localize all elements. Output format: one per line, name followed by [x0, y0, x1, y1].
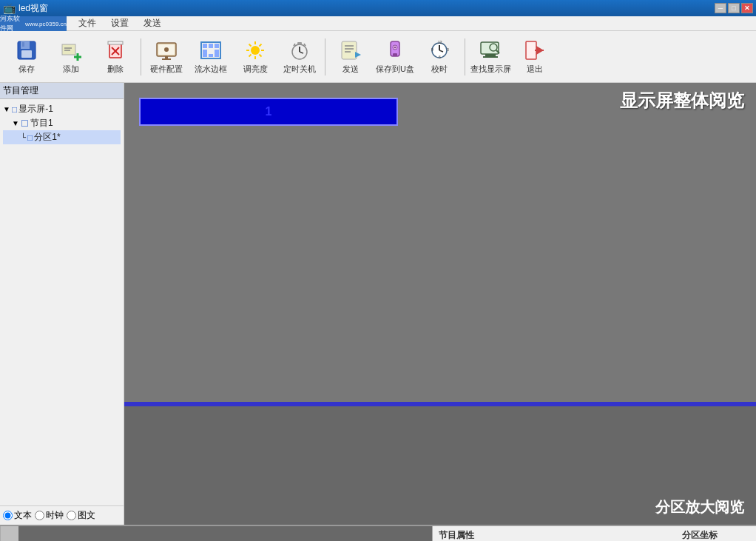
scroll-frame-button[interactable]: 流水边框 — [190, 35, 232, 79]
svg-point-27 — [251, 46, 260, 55]
radio-text-input[interactable] — [3, 511, 13, 520]
menu-bar: 河东软件网www.pc0359.cn 文件 设置 发送 — [0, 16, 756, 31]
tree-expand-icon: ▼ — [3, 105, 10, 113]
bottom-panel: 层管属性 节目属性 进入编辑 播放方式 从右向左移动从左向右移动上移下移静止 动… — [0, 525, 756, 541]
send-label: 发送 — [342, 64, 359, 75]
delete-label: 删除 — [107, 64, 124, 75]
svg-line-32 — [249, 44, 252, 47]
hw-config-icon — [155, 38, 178, 62]
svg-rect-1 — [21, 41, 30, 49]
type-selector: 文本 时钟 图文 — [0, 505, 124, 525]
calibrate-label: 校时 — [431, 64, 448, 75]
add-icon — [59, 38, 83, 62]
svg-rect-24 — [203, 54, 207, 57]
radio-text-label: 文本 — [14, 509, 32, 522]
led-display-number: 1 — [266, 105, 272, 118]
send-icon — [339, 38, 362, 62]
delete-button[interactable]: 删除 — [95, 35, 136, 79]
tree-zone-icon: □ — [27, 132, 33, 143]
menu-item-file[interactable]: 文件 — [74, 16, 101, 31]
svg-text:12: 12 — [438, 40, 442, 44]
scroll-frame-icon — [199, 38, 223, 62]
add-label: 添加 — [63, 64, 79, 75]
content-area: 显示屏整体阅览 1 分区放大阅览 — [124, 83, 756, 525]
brightness-icon — [243, 38, 267, 62]
svg-rect-63 — [526, 41, 536, 59]
save-udisk-button[interactable]: 保存到U盘 — [374, 35, 416, 79]
tree-item-program1[interactable]: ▼ ☐ 节目1 — [3, 116, 121, 130]
svg-rect-22 — [203, 50, 207, 54]
hw-config-button[interactable]: 硬件配置 — [146, 35, 187, 79]
timeline-area: 层管属性 — [0, 526, 18, 541]
svg-rect-23 — [215, 50, 219, 54]
svg-rect-61 — [485, 54, 496, 56]
tree-item-zone1[interactable]: └ □ 分区1* — [3, 130, 121, 144]
find-screen-button[interactable]: 查找显示屏 — [470, 35, 511, 79]
title-bar: 📺 led视窗 ─ □ ✕ — [0, 0, 756, 16]
send-button[interactable]: 发送 — [330, 35, 371, 79]
svg-rect-12 — [108, 41, 123, 44]
brightness-label: 调亮度 — [243, 64, 268, 75]
exit-icon — [523, 38, 547, 62]
radio-image[interactable]: 图文 — [67, 509, 95, 522]
svg-rect-20 — [209, 44, 213, 48]
svg-text:9: 9 — [431, 47, 433, 52]
main-area: 节目管理 ▼ □ 显示屏-1 ▼ ☐ 节目1 └ □ 分区1* — [0, 83, 756, 525]
save-button[interactable]: 保存 — [6, 35, 47, 79]
svg-rect-26 — [215, 54, 219, 57]
title-icon: 📺 — [3, 2, 16, 14]
calibrate-button[interactable]: 12369 校时 — [419, 35, 460, 79]
svg-rect-16 — [165, 56, 168, 58]
menu-item-settings[interactable]: 设置 — [107, 16, 133, 31]
tree-expand-icon2: ▼ — [12, 119, 19, 127]
timer-button[interactable]: 定时关机 — [279, 35, 320, 79]
svg-rect-39 — [297, 42, 302, 44]
timer-icon — [288, 38, 311, 62]
svg-rect-25 — [209, 54, 213, 57]
window-title: led视窗 — [18, 2, 48, 15]
menu-item-send[interactable]: 发送 — [139, 16, 166, 31]
sep3 — [465, 38, 465, 75]
tree-leaf-icon: └ — [21, 133, 26, 141]
zone-preview: 分区放大阅览 — [124, 406, 756, 525]
node-tree: ▼ □ 显示屏-1 ▼ ☐ 节目1 └ □ 分区1* — [0, 99, 124, 505]
svg-point-50 — [394, 47, 396, 49]
calibrate-icon: 12369 — [428, 38, 451, 62]
svg-rect-3 — [22, 42, 24, 47]
left-panel: 节目管理 ▼ □ 显示屏-1 ▼ ☐ 节目1 └ □ 分区1* — [0, 83, 124, 525]
menu-logo: 河东软件网www.pc0359.cn — [0, 16, 67, 31]
close-button[interactable]: ✕ — [741, 3, 753, 13]
delete-icon — [104, 38, 127, 62]
scroll-frame-label: 流水边框 — [195, 64, 227, 75]
svg-rect-2 — [21, 50, 32, 58]
find-screen-label: 查找显示屏 — [470, 64, 511, 75]
svg-rect-19 — [203, 44, 207, 48]
radio-clock[interactable]: 时钟 — [35, 509, 64, 522]
preview-thumbnail — [18, 526, 433, 541]
exit-label: 退出 — [527, 64, 543, 75]
title-bar-controls: ─ □ ✕ — [715, 3, 753, 13]
properties-panel: 节目属性 进入编辑 播放方式 从右向左移动从左向右移动上移下移静止 动画速度 1… — [433, 526, 676, 541]
radio-image-input[interactable] — [67, 511, 76, 520]
svg-line-34 — [260, 44, 262, 47]
minimize-button[interactable]: ─ — [715, 3, 726, 13]
tree-item-screen1[interactable]: ▼ □ 显示屏-1 — [3, 102, 121, 116]
exit-button[interactable]: 退出 — [514, 35, 556, 79]
tree-zone-label: 分区1* — [34, 131, 60, 144]
radio-text[interactable]: 文本 — [3, 509, 32, 522]
save-udisk-label: 保存到U盘 — [376, 64, 414, 75]
tree-program-icon: ☐ — [21, 118, 29, 129]
led-canvas[interactable]: 1 — [139, 98, 398, 126]
svg-marker-46 — [355, 52, 361, 58]
timer-label: 定时关机 — [283, 64, 316, 75]
svg-rect-21 — [215, 44, 219, 48]
svg-text:6: 6 — [439, 55, 441, 59]
radio-clock-input[interactable] — [35, 511, 44, 520]
properties-header: 节目属性 — [439, 529, 670, 541]
add-button[interactable]: 添加 — [50, 35, 92, 79]
radio-image-label: 图文 — [78, 509, 95, 522]
preview-area: 显示屏整体阅览 1 — [124, 83, 756, 402]
brightness-button[interactable]: 调亮度 — [234, 35, 276, 79]
maximize-button[interactable]: □ — [728, 3, 740, 13]
svg-text:3: 3 — [447, 47, 449, 52]
